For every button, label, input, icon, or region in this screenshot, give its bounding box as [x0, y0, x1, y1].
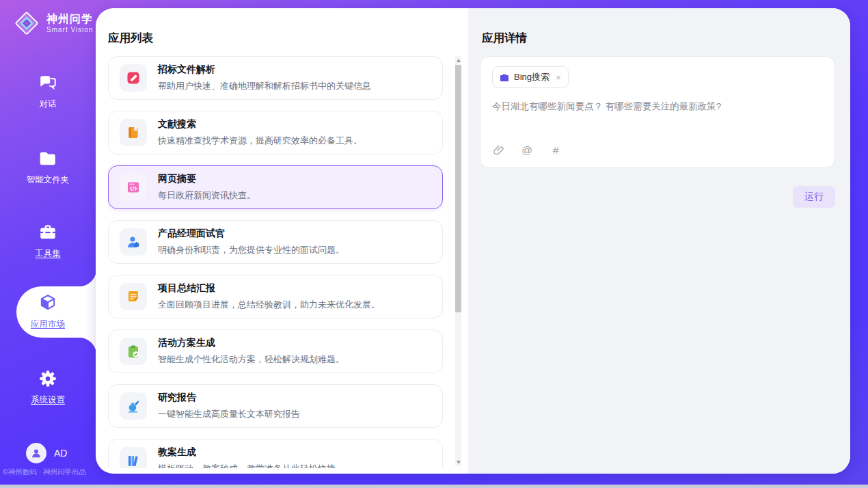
sidebar-item-label: 系统设置: [31, 394, 65, 406]
app-card-desc: 一键智能生成高质量长文本研究报告: [158, 408, 300, 420]
app-card-desc: 全面回顾项目进展，总结经验教训，助力未来优化发展。: [158, 299, 380, 311]
toolbox-icon: [38, 223, 57, 242]
app-card[interactable]: 研究报告 一键智能生成高质量长文本研究报告: [108, 384, 443, 428]
sidebar-item-app-market[interactable]: 应用市场: [0, 293, 96, 330]
app-detail-title: 应用详情: [482, 31, 527, 46]
app-card-title: 网页摘要: [158, 173, 256, 185]
app-card-title: 教案生成: [158, 446, 336, 459]
remove-tag-button[interactable]: ×: [556, 73, 561, 82]
attach-button[interactable]: [492, 144, 504, 157]
app-card-desc: 智能生成个性化活动方案，轻松解决规划难题。: [158, 353, 344, 366]
brand-name: 神州问学: [46, 13, 94, 25]
prompt-card: Bing搜索 × 今日湖北有哪些新闻要点？ 有哪些需要关注的最新政策? @ #: [480, 56, 835, 168]
sidebar-item-label: 工具集: [35, 248, 61, 260]
app-card-desc: 快速精准查找学术资源，提高研究效率的必备工具。: [158, 135, 362, 147]
app-detail-panel: 应用详情 Bing搜索 × 今日湖北有哪些新闻要点？ 有哪些需要关注的最新政策?…: [468, 8, 850, 474]
user-initials: AD: [54, 448, 67, 459]
run-button[interactable]: 运行: [793, 186, 835, 208]
sidebar: 神州问学 Smart Vision 对话 智能文件夹: [0, 0, 96, 488]
gear-icon: [38, 369, 57, 388]
scroll-up-button[interactable]: [455, 56, 461, 64]
user-profile[interactable]: AD: [26, 443, 67, 463]
app-logo: 神州问学 Smart Vision: [12, 9, 94, 38]
app-card[interactable]: 教案生成 模板驱动，教案秒成，教学准备从此轻松快捷: [108, 439, 443, 468]
user-avatar: [26, 443, 46, 463]
app-card-desc: 每日政府新闻资讯快查。: [158, 189, 256, 202]
user-icon: [30, 447, 42, 459]
prompt-toolbar: @ #: [492, 144, 823, 158]
sidebar-item-label: 对话: [40, 98, 57, 110]
app-card-title: 研究报告: [158, 392, 300, 404]
app-card[interactable]: 活动方案生成 智能生成个性化活动方案，轻松解决规划难题。: [108, 329, 443, 373]
tool-tag-label: Bing搜索: [514, 71, 550, 83]
app-card-selected[interactable]: 网页摘要 每日政府新闻资讯快查。: [108, 165, 443, 209]
mention-icon[interactable]: @: [521, 144, 533, 157]
app-card-title: 招标文件解析: [158, 64, 371, 76]
books-icon: [120, 447, 147, 468]
interviewer-icon: [120, 228, 147, 256]
sidebar-item-label: 智能文件夹: [27, 174, 70, 186]
book-icon: [120, 119, 147, 146]
folder-icon: [38, 149, 57, 168]
content-surface: 应用列表 招标文件解析 帮助用户快速、准确地理解和解析招标书中的关键信息 文献搜…: [96, 8, 850, 474]
webpage-code-icon: [120, 174, 147, 201]
note-icon: [120, 283, 147, 310]
app-card-title: 活动方案生成: [158, 337, 344, 349]
chat-icon: [38, 73, 57, 92]
briefcase-icon: [500, 72, 509, 82]
scroll-down-button[interactable]: [455, 458, 461, 466]
tool-tag-bing[interactable]: Bing搜索 ×: [492, 66, 569, 88]
sidebar-item-toolset[interactable]: 工具集: [0, 223, 96, 260]
hash-icon[interactable]: #: [550, 144, 562, 157]
app-card-desc: 明确身份和职责，为您提供专业性的面试问题。: [158, 244, 344, 256]
app-card-desc: 帮助用户快速、准确地理解和解析招标书中的关键信息: [158, 80, 371, 92]
paperclip-icon: [493, 145, 504, 156]
brand-gem-icon: [12, 9, 41, 38]
cube-icon: [38, 293, 57, 312]
app-card-title: 项目总结汇报: [158, 282, 380, 295]
sidebar-item-smart-folder[interactable]: 智能文件夹: [0, 149, 96, 186]
brand-tagline: Smart Vision: [46, 26, 94, 33]
app-card-title: 产品经理面试官: [158, 228, 344, 240]
app-card-desc: 模板驱动，教案秒成，教学准备从此轻松快捷: [158, 463, 336, 468]
research-report-icon: [120, 392, 147, 420]
app-list: 招标文件解析 帮助用户快速、准确地理解和解析招标书中的关键信息 文献搜索 快速精…: [108, 56, 443, 468]
scrollbar-thumb[interactable]: [455, 65, 461, 312]
clipboard-check-icon: [120, 338, 147, 365]
app-card[interactable]: 产品经理面试官 明确身份和职责，为您提供专业性的面试问题。: [108, 220, 443, 264]
app-card[interactable]: 文献搜索 快速精准查找学术资源，提高研究效率的必备工具。: [108, 111, 443, 154]
sidebar-item-label: 应用市场: [31, 318, 65, 330]
active-notch: [79, 338, 96, 355]
document-edit-icon: [120, 64, 147, 92]
app-card[interactable]: 招标文件解析 帮助用户快速、准确地理解和解析招标书中的关键信息: [108, 56, 443, 100]
copyright-footer: ©神州数码 · 神州问学出品: [3, 467, 96, 477]
scrollbar[interactable]: [455, 56, 461, 466]
sidebar-item-chat[interactable]: 对话: [0, 73, 96, 110]
app-card[interactable]: 项目总结汇报 全面回顾项目进展，总结经验教训，助力未来优化发展。: [108, 275, 443, 318]
active-notch: [79, 269, 96, 286]
app-list-title: 应用列表: [108, 31, 153, 46]
app-card-title: 文献搜索: [158, 118, 362, 131]
app-list-panel: 应用列表 招标文件解析 帮助用户快速、准确地理解和解析招标书中的关键信息 文献搜…: [96, 8, 468, 474]
prompt-input[interactable]: 今日湖北有哪些新闻要点？ 有哪些需要关注的最新政策?: [492, 100, 823, 144]
window-bottom-edge: [0, 485, 868, 488]
sidebar-item-settings[interactable]: 系统设置: [0, 369, 96, 406]
